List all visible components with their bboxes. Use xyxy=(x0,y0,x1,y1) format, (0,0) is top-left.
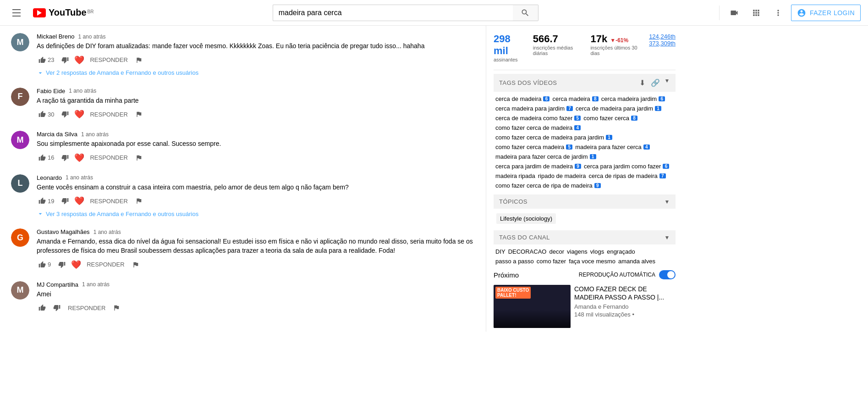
video-tag[interactable]: madeira para fazer cerca4 xyxy=(575,144,650,150)
like-button[interactable] xyxy=(37,302,48,313)
dislike-button[interactable] xyxy=(60,152,71,163)
more-comment-btn[interactable] xyxy=(133,195,144,206)
comment-time: 1 ano atrás xyxy=(69,88,96,94)
video-tag[interactable]: cerca de ripas de madeira7 xyxy=(589,172,666,179)
more-comment-btn[interactable] xyxy=(111,302,122,313)
video-tag[interactable]: cerca de madeira como fazer5 xyxy=(495,115,581,122)
rank-link-1[interactable]: 124,246th xyxy=(649,33,676,40)
like-button[interactable]: 9 xyxy=(37,259,53,270)
dislike-button[interactable] xyxy=(51,302,62,313)
stat-links: 124,246th 373,309th xyxy=(649,33,676,62)
comment-author: Mickael Breno xyxy=(37,33,74,40)
like-button[interactable]: 19 xyxy=(37,195,56,206)
channel-tag[interactable]: DECORACAO xyxy=(508,248,547,255)
like-button[interactable]: 16 xyxy=(37,152,56,163)
search-button[interactable] xyxy=(513,5,538,21)
channel-tags-label: TAGS DO CANAL xyxy=(499,234,550,241)
next-video-views: 148 mil visualizações • xyxy=(574,311,676,318)
youtube-logo[interactable]: YouTube BR xyxy=(33,7,93,18)
view-replies[interactable]: Ver 3 respostas de Amanda e Fernando e o… xyxy=(37,210,475,217)
next-label: Próximo xyxy=(494,271,519,279)
more-vert-icon xyxy=(774,8,783,17)
video-tag[interactable]: cerca madeira para jardim7 xyxy=(495,105,573,112)
video-tag[interactable]: cerca madeira8 xyxy=(552,95,598,102)
video-tag[interactable]: como fazer cerca de madeira para jardim1 xyxy=(495,134,612,141)
auto-play-toggle[interactable] xyxy=(659,270,676,279)
like-button[interactable]: 23 xyxy=(37,55,56,66)
reply-button[interactable]: RESPONDER xyxy=(85,259,126,270)
comment-author: Fabio Eide xyxy=(37,88,65,94)
channel-tag[interactable]: passo a passo xyxy=(495,258,534,265)
reply-button[interactable]: RESPONDER xyxy=(88,55,129,65)
more-icon-btn[interactable] xyxy=(769,4,787,22)
tag-text: cerca de madeira como fazer xyxy=(495,115,572,122)
comment-text: Amei xyxy=(37,290,475,299)
more-comment-btn[interactable] xyxy=(130,259,141,270)
dislike-button[interactable] xyxy=(60,195,71,206)
next-video[interactable]: BAIXO CUSTO PALLET! COMO FAZER DECK DE M… xyxy=(494,285,676,328)
tags-videos-header[interactable]: TAGS DOS VÍDEOS ⬇ 🔗 ▼ xyxy=(494,74,676,92)
reply-button[interactable]: RESPONDER xyxy=(66,303,107,313)
channel-tag[interactable]: viagens xyxy=(567,248,588,255)
dislike-button[interactable] xyxy=(60,55,71,66)
login-button[interactable]: FAZER LOGIN xyxy=(791,5,861,21)
video-tag[interactable]: ripado de madeira xyxy=(538,172,586,179)
video-tag[interactable]: como fazer cerca madeira5 xyxy=(495,144,572,150)
search-input[interactable] xyxy=(273,5,513,21)
more-comment-btn[interactable] xyxy=(133,109,144,120)
video-tag[interactable]: cerca para jardim de madeira9 xyxy=(495,163,581,170)
heart-icon: ❤️ xyxy=(74,109,84,119)
comment-item: G Gustavo Magalhães 1 ano atrás Amanda e… xyxy=(11,228,475,270)
video-tag[interactable]: madeira ripada xyxy=(495,172,535,179)
comment-item: M Mickael Breno 1 ano atrás As definiçõe… xyxy=(11,33,475,77)
video-tag[interactable]: cerca para jardim como fazer6 xyxy=(584,163,669,170)
view-replies[interactable]: Ver 2 respostas de Amanda e Fernando e o… xyxy=(37,69,475,77)
dislike-button[interactable] xyxy=(56,259,67,270)
channel-tag[interactable]: vlogs xyxy=(590,248,604,255)
video-tag[interactable]: como fazer cerca de ripa de madeira9 xyxy=(495,182,601,189)
channel-tag[interactable]: amanda alves xyxy=(618,258,655,265)
topic-tag[interactable]: Lifestyle (sociology) xyxy=(496,213,556,224)
channel-tag[interactable]: faça voce mesmo xyxy=(569,258,615,265)
login-label: FAZER LOGIN xyxy=(810,9,855,17)
avatar-placeholder: M xyxy=(11,33,29,51)
more-comment-btn[interactable] xyxy=(133,55,144,66)
video-tag[interactable]: como fazer cerca de madeira4 xyxy=(495,124,581,131)
tag-rank: 1 xyxy=(590,154,596,159)
camera-icon-btn[interactable] xyxy=(725,4,743,22)
channel-tag[interactable]: DIY xyxy=(495,248,505,255)
like-button[interactable]: 30 xyxy=(37,109,56,120)
topics-header[interactable]: TÓPICOS ▼ xyxy=(494,194,676,209)
channel-tags-header[interactable]: TAGS DO CANAL ▼ xyxy=(494,230,676,244)
channel-tag[interactable]: engraçado xyxy=(607,248,635,255)
channel-tag[interactable]: como fazer xyxy=(537,258,566,265)
tag-text: cerca madeira para jardim xyxy=(495,105,565,112)
next-section: Próximo REPRODUÇÃO AUTOMÁTICA BAIXO CUST… xyxy=(494,270,676,328)
download-icon-btn[interactable]: ⬇ xyxy=(638,78,646,88)
flag-icon xyxy=(135,111,143,118)
video-tag[interactable]: como fazer cerca8 xyxy=(583,115,637,122)
more-comment-btn[interactable] xyxy=(133,152,144,163)
reply-button[interactable]: RESPONDER xyxy=(88,152,129,163)
channel-tag[interactable]: decor xyxy=(549,248,564,255)
comment-text: Amanda e Fernando, essa dica do nível da… xyxy=(37,237,475,255)
dislike-button[interactable] xyxy=(60,109,71,120)
topics-chevron: ▼ xyxy=(665,199,670,205)
tag-text: como fazer cerca madeira xyxy=(495,144,564,150)
video-tag[interactable]: cerca de madeira para jardim1 xyxy=(576,105,661,112)
comment-header: Marcia da Silva 1 ano atrás xyxy=(37,131,475,138)
comment-text: A ração tá garantida da minha parte xyxy=(37,96,475,106)
reply-button[interactable]: RESPONDER xyxy=(88,196,129,206)
video-tag[interactable]: cerca de madeira6 xyxy=(495,95,549,102)
rank-link-2[interactable]: 373,309th xyxy=(649,40,676,47)
video-tag[interactable]: madeira para fazer cerca de jardim1 xyxy=(495,153,596,160)
video-tag[interactable]: cerca madeira jardim6 xyxy=(601,95,665,102)
hamburger-menu[interactable] xyxy=(7,4,26,22)
comment-item: M MJ Compartilha 1 ano atrás Amei RESPON… xyxy=(11,281,475,314)
apps-icon-btn[interactable] xyxy=(747,4,765,22)
link-icon-btn[interactable]: 🔗 xyxy=(650,78,661,88)
thumb-up-icon xyxy=(38,154,46,161)
reply-button[interactable]: RESPONDER xyxy=(88,109,129,120)
next-video-channel: Amanda e Fernando xyxy=(574,303,676,310)
comment-header: Mickael Breno 1 ano atrás xyxy=(37,33,475,40)
